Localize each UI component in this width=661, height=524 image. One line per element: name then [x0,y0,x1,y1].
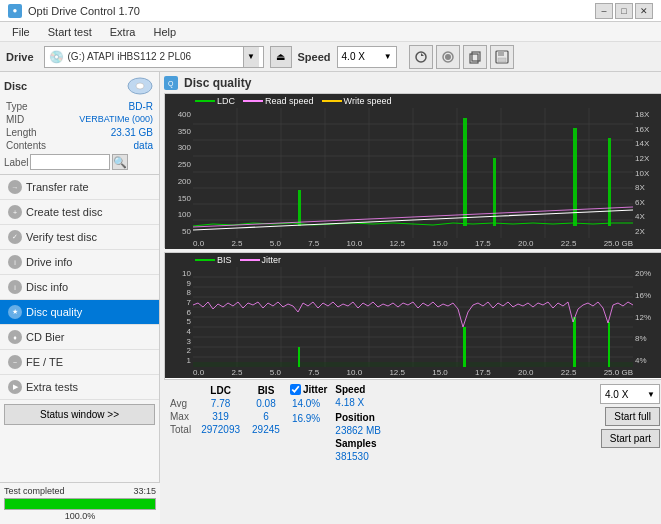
speed-select-right[interactable]: 4.0 X ▼ [600,384,660,404]
bottom-chart: BIS Jitter 10 9 8 7 6 5 4 3 [164,252,661,380]
sidebar-item-disc-info[interactable]: i Disc info [0,275,159,300]
sidebar-item-cd-bier[interactable]: ♦ CD Bier [0,325,159,350]
avg-speed-val: 4.18 X [335,397,381,408]
bottom-chart-svg [193,267,633,367]
max-jitter: 16.9% [290,412,327,425]
sidebar-item-drive-info[interactable]: i Drive info [0,250,159,275]
copy-button[interactable] [463,45,487,69]
drive-selector[interactable]: 💿 (G:) ATAPI iHBS112 2 PL06 ▼ [44,46,264,68]
svg-point-9 [136,83,144,89]
max-label: Max [166,410,195,423]
speed-select-arrow: ▼ [647,390,655,399]
svg-rect-4 [472,52,480,61]
max-ldc: 319 [195,410,246,423]
disc-quality-header: Q Disc quality [164,76,661,90]
svg-rect-7 [498,58,506,62]
menu-start-test[interactable]: Start test [40,24,100,40]
disc-image-icon [125,76,155,96]
menu-extra[interactable]: Extra [102,24,144,40]
maximize-button[interactable]: □ [615,3,633,19]
sidebar-item-fe-te[interactable]: ~ FE / TE [0,350,159,375]
speed-value: 4.0 X [342,51,382,62]
status-text: Test completed [4,486,65,496]
y-axis-right-bottom: 20% 16% 12% 8% 4% [633,267,661,367]
settings-button[interactable] [436,45,460,69]
disc-section-label: Disc [4,80,27,92]
action-area: 4.0 X ▼ Start full Start part [600,384,660,448]
x-axis-labels-bottom: 0.02.55.07.510.012.515.017.520.022.525.0… [165,367,661,378]
avg-label: Avg [166,397,195,410]
drive-cd-icon: 💿 [49,50,64,64]
drive-value: (G:) ATAPI iHBS112 2 PL06 [68,51,239,62]
speed-section: Speed 4.18 X Position 23862 MB Samples 3… [335,384,381,462]
verify-test-disc-icon: ✓ [8,230,22,244]
svg-rect-51 [193,362,633,367]
sidebar-item-disc-quality[interactable]: ★ Disc quality [0,300,159,325]
transfer-rate-icon: → [8,180,22,194]
app-icon: ● [8,4,22,18]
menubar: File Start test Extra Help [0,22,661,42]
disc-quality-icon: ★ [8,305,22,319]
stats-table: LDC BIS Avg 7.78 0.08 Max 319 6 Total 29… [166,384,286,436]
disc-quality-title: Disc quality [184,76,251,90]
svg-point-1 [445,54,451,60]
legend-write-speed: Write speed [322,96,392,106]
sidebar-item-transfer-rate[interactable]: → Transfer rate [0,175,159,200]
menu-help[interactable]: Help [145,24,184,40]
drive-eject-button[interactable]: ⏏ [270,46,292,68]
legend-bis: BIS [195,255,232,265]
menu-file[interactable]: File [4,24,38,40]
y-axis-right-top: 18X 16X 14X 12X 10X 8X 6X 4X 2X [633,108,661,238]
titlebar-title: Opti Drive Control 1.70 [28,5,140,17]
svg-rect-31 [573,128,577,226]
disc-label-icon-button[interactable]: 🔍 [112,154,128,170]
legend-read-speed: Read speed [243,96,314,106]
fe-te-icon: ~ [8,355,22,369]
disc-type-row: Type BD-R [4,100,155,113]
drive-dropdown-arrow[interactable]: ▼ [243,47,259,67]
y-axis-left: 400 350 300 250 200 150 100 50 [165,108,193,238]
close-button[interactable]: ✕ [635,3,653,19]
start-part-button[interactable]: Start part [601,429,660,448]
max-bis: 6 [246,410,286,423]
speed-dropdown-arrow: ▼ [384,52,392,61]
sidebar-item-extra-tests[interactable]: ▶ Extra tests [0,375,159,400]
cd-bier-icon: ♦ [8,330,22,344]
position-val: 23862 MB [335,425,381,436]
progress-area: Test completed 33:15 100.0% [0,482,160,524]
status-window-button[interactable]: Status window >> [4,404,155,425]
disc-length-row: Length 23.31 GB [4,126,155,139]
avg-ldc: 7.78 [195,397,246,410]
refresh-button[interactable] [409,45,433,69]
speed-select-value: 4.0 X [605,389,647,400]
disc-label-input[interactable] [30,154,110,170]
right-panel: Q Disc quality LDC Read speed Write spee… [160,72,661,524]
top-chart: LDC Read speed Write speed 400 350 30 [164,93,661,248]
titlebar: ● Opti Drive Control 1.70 – □ ✕ [0,0,661,22]
sidebar-item-verify-test-disc[interactable]: ✓ Verify test disc [0,225,159,250]
create-test-disc-icon: + [8,205,22,219]
drivebar: Drive 💿 (G:) ATAPI iHBS112 2 PL06 ▼ ⏏ Sp… [0,42,661,72]
svg-rect-55 [608,322,610,367]
svg-rect-32 [608,138,611,226]
extra-tests-icon: ▶ [8,380,22,394]
samples-label: Samples [335,438,381,449]
time-display: 33:15 [133,486,156,496]
y-axis-left-bottom: 10 9 8 7 6 5 4 3 2 1 [165,267,193,367]
jitter-section: Jitter 14.0% 16.9% [290,384,327,425]
disc-section: Disc Type BD-R MID VERBATIMe (000) Lengt… [0,72,159,175]
jitter-checkbox-row[interactable]: Jitter [290,384,327,395]
save-button[interactable] [490,45,514,69]
jitter-checkbox[interactable] [290,384,301,395]
samples-val: 381530 [335,451,381,462]
svg-rect-6 [498,51,504,56]
start-full-button[interactable]: Start full [605,407,660,426]
disc-quality-header-icon: Q [164,76,178,90]
disc-label-row: Label 🔍 [4,154,155,170]
speed-label: Speed [298,51,331,63]
sidebar-item-create-test-disc[interactable]: + Create test disc [0,200,159,225]
speed-selector[interactable]: 4.0 X ▼ [337,46,397,68]
minimize-button[interactable]: – [595,3,613,19]
main-area: Disc Type BD-R MID VERBATIMe (000) Lengt… [0,72,661,524]
disc-info-icon: i [8,280,22,294]
